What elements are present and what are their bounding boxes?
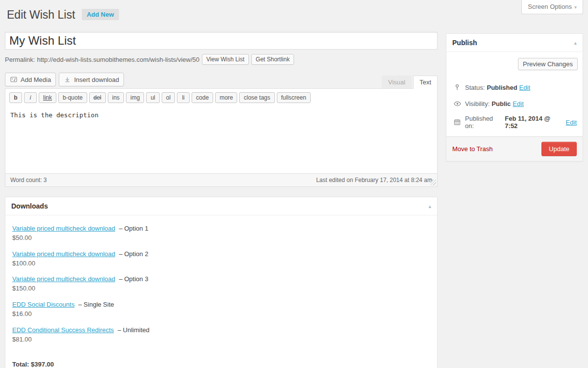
downloads-title: Downloads bbox=[11, 202, 48, 210]
download-option: – Single Site bbox=[76, 301, 114, 308]
downloads-total-label: Total: bbox=[12, 361, 29, 368]
permalink-row: Permalink: http://edd-wish-lists.sumobit… bbox=[5, 54, 438, 65]
add-media-button[interactable]: Add Media bbox=[5, 73, 56, 86]
media-buttons: Add Media Insert download bbox=[5, 73, 124, 88]
quicktag-i-button[interactable]: i bbox=[24, 92, 37, 103]
collapse-toggle-icon[interactable]: ▴ bbox=[574, 40, 577, 46]
last-edited: Last edited on February 17, 2014 at 8:24… bbox=[316, 177, 432, 184]
word-count-label: Word count: bbox=[10, 177, 42, 184]
quicktag-fullscreen-button[interactable]: fullscreen bbox=[277, 92, 311, 103]
post-status-icon bbox=[452, 82, 462, 92]
quicktag-ol-button[interactable]: ol bbox=[162, 92, 175, 103]
downloads-list: Variable priced multicheck download – Op… bbox=[5, 215, 437, 352]
download-price: $16.00 bbox=[12, 310, 430, 319]
get-shortlink-button[interactable]: Get Shortlink bbox=[251, 54, 294, 65]
add-media-label: Add Media bbox=[21, 77, 51, 83]
download-link[interactable]: Variable priced multicheck download bbox=[12, 275, 115, 283]
download-list-item: EDD Conditional Success Redirects – Unli… bbox=[12, 326, 430, 344]
edit-visibility-link[interactable]: Edit bbox=[513, 100, 523, 107]
visibility-eye-icon bbox=[452, 99, 462, 108]
download-link[interactable]: Variable priced multicheck download bbox=[12, 250, 115, 258]
media-icon bbox=[10, 76, 18, 83]
quicktags-toolbar: bilinkb-quotedelinsimgulollicodemoreclos… bbox=[5, 89, 437, 105]
update-button[interactable]: Update bbox=[541, 142, 577, 156]
view-wish-list-button[interactable]: View Wish List bbox=[202, 54, 249, 65]
editor-resize-handle[interactable] bbox=[430, 180, 436, 185]
status-value: Published bbox=[487, 84, 517, 91]
download-list-item: Variable priced multicheck download – Op… bbox=[12, 275, 430, 293]
visibility-row: Visibility: Public Edit bbox=[452, 99, 577, 108]
edit-published-on-link[interactable]: Edit bbox=[566, 119, 577, 126]
quicktag-code-button[interactable]: code bbox=[192, 92, 213, 103]
quicktag-li-button[interactable]: li bbox=[177, 92, 190, 103]
download-price: $100.00 bbox=[12, 259, 430, 268]
main-column: Permalink: http://edd-wish-lists.sumobit… bbox=[5, 32, 438, 368]
status-label: Status: bbox=[465, 84, 485, 91]
download-option: – Option 2 bbox=[117, 250, 148, 258]
download-list-item: Variable priced multicheck download – Op… bbox=[12, 224, 430, 243]
permalink-url: http://edd-wish-lists.sumobithemes.com/w… bbox=[37, 56, 199, 63]
download-link[interactable]: EDD Conditional Success Redirects bbox=[12, 326, 114, 334]
edit-wish-list-page: Screen Options▾ Edit Wish List Add New P… bbox=[0, 0, 588, 368]
published-on-row: Published on: Feb 11, 2014 @ 7:52 Edit bbox=[452, 115, 577, 130]
download-price: $81.00 bbox=[12, 335, 430, 344]
visibility-label: Visibility: bbox=[465, 100, 490, 107]
word-count: Word count: 3 bbox=[10, 177, 47, 184]
publish-metabox: Publish ▴ Preview Changes Status: Publis… bbox=[446, 33, 583, 161]
page-title: Edit Wish List bbox=[7, 8, 75, 21]
quicktag-del-button[interactable]: del bbox=[89, 92, 106, 103]
downloads-metabox: Downloads ▴ Variable priced multicheck d… bbox=[5, 197, 438, 368]
status-row: Status: Published Edit bbox=[452, 82, 577, 92]
edit-status-link[interactable]: Edit bbox=[519, 84, 530, 91]
permalink-label: Permalink: bbox=[5, 56, 35, 63]
collapse-toggle-icon[interactable]: ▴ bbox=[428, 204, 431, 209]
quicktag-more-button[interactable]: more bbox=[215, 92, 237, 103]
editor-statusbar: Word count: 3 Last edited on February 17… bbox=[5, 173, 437, 186]
editor-tabs: Visual Text bbox=[382, 76, 438, 88]
major-publishing-actions: Move to Trash Update bbox=[446, 136, 583, 161]
quicktag-link-button[interactable]: link bbox=[39, 92, 56, 103]
quicktag-img-button[interactable]: img bbox=[126, 92, 144, 103]
tab-text[interactable]: Text bbox=[413, 76, 438, 89]
quicktag-ins-button[interactable]: ins bbox=[108, 92, 124, 103]
calendar-icon bbox=[452, 117, 462, 127]
move-to-trash-link[interactable]: Move to Trash bbox=[452, 145, 492, 153]
download-price: $150.00 bbox=[12, 284, 430, 293]
quicktag-b-button[interactable]: b bbox=[9, 92, 22, 103]
editor-tools: Add Media Insert download Visual Text bbox=[5, 73, 438, 88]
download-link[interactable]: EDD Social Discounts bbox=[12, 301, 74, 308]
downloads-total-value: $397.00 bbox=[31, 361, 54, 368]
tab-visual[interactable]: Visual bbox=[382, 76, 412, 88]
insert-download-button[interactable]: Insert download bbox=[59, 73, 124, 86]
chevron-down-icon: ▾ bbox=[574, 4, 577, 10]
screen-options-tab[interactable]: Screen Options▾ bbox=[521, 0, 583, 14]
download-list-item: Variable priced multicheck download – Op… bbox=[12, 250, 430, 268]
editor-container: bilinkb-quotedelinsimgulollicodemoreclos… bbox=[5, 88, 438, 187]
download-option: – Unlimited bbox=[116, 326, 149, 334]
publish-metabox-header[interactable]: Publish ▴ bbox=[446, 34, 583, 52]
quicktag-close-tags-button[interactable]: close tags bbox=[239, 92, 274, 103]
downloads-metabox-header[interactable]: Downloads ▴ bbox=[5, 197, 437, 215]
preview-changes-button[interactable]: Preview Changes bbox=[518, 58, 578, 70]
download-price: $50.00 bbox=[12, 234, 430, 243]
quicktag-b-quote-button[interactable]: b-quote bbox=[58, 92, 87, 103]
post-title-input[interactable] bbox=[5, 32, 438, 50]
visibility-value: Public bbox=[491, 100, 511, 107]
download-option: – Option 1 bbox=[117, 225, 148, 232]
quicktag-ul-button[interactable]: ul bbox=[146, 92, 159, 103]
page-heading: Edit Wish List Add New bbox=[7, 8, 119, 23]
publish-title: Publish bbox=[452, 39, 477, 47]
download-link[interactable]: Variable priced multicheck download bbox=[12, 225, 115, 232]
sidebar: Publish ▴ Preview Changes Status: Publis… bbox=[446, 33, 583, 161]
downloads-total-row: Total: $397.00 bbox=[5, 361, 437, 368]
download-list-item: EDD Social Discounts – Single Site $16.0… bbox=[12, 300, 430, 319]
screen-options-label: Screen Options bbox=[528, 3, 572, 10]
published-on-value: Feb 11, 2014 @ 7:52 bbox=[505, 115, 564, 130]
post-content-textarea[interactable]: This is the description bbox=[5, 105, 437, 173]
download-arrow-icon bbox=[64, 76, 71, 83]
minor-publishing-actions: Preview Changes bbox=[446, 52, 583, 76]
published-on-label: Published on: bbox=[465, 115, 503, 130]
add-new-button[interactable]: Add New bbox=[82, 9, 119, 20]
download-option: – Option 3 bbox=[117, 275, 148, 283]
misc-publishing-actions: Status: Published Edit Visibility: Publi… bbox=[446, 82, 583, 136]
